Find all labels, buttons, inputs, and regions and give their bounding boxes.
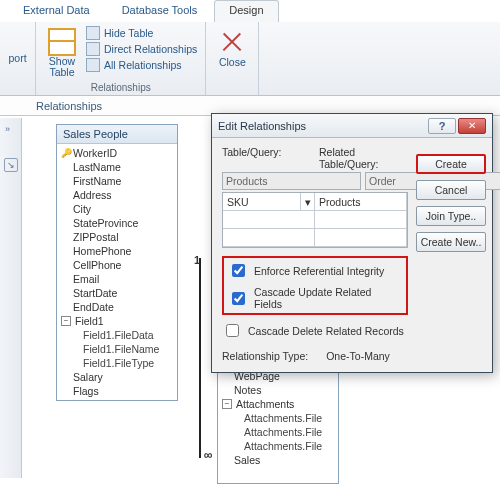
collapse-icon[interactable]: − [222,399,232,409]
field-group-row[interactable]: −Field1 [57,314,177,328]
field-row[interactable]: Field1.FileType [57,356,177,370]
field-label: CellPhone [73,259,121,271]
field-row[interactable]: StartDate [57,286,177,300]
close-button[interactable]: Close [214,26,250,70]
field-row[interactable]: City [57,202,177,216]
grid-cell-label: Products [319,196,360,208]
show-table-label: Show Table [49,56,75,78]
field-label: HomePhone [73,245,131,257]
field-group-row[interactable]: −Attachments [218,397,338,411]
field-row[interactable]: Attachments.File [218,439,338,453]
field-row[interactable]: LastName [57,160,177,174]
field-row[interactable]: Sales [218,453,338,467]
table-query-select[interactable] [222,172,361,190]
field-row[interactable]: Salary [57,370,177,384]
nav-pane-collapsed[interactable]: » ↘ [0,118,22,478]
grid-cell-left[interactable] [223,229,315,247]
primary-key-icon: 🔑 [61,148,73,158]
entity-title: Sales People [57,125,177,144]
field-label: LastName [73,161,121,173]
field-mapping-grid[interactable]: SKU▾ Products [222,192,408,248]
field-row[interactable]: FirstName [57,174,177,188]
table-query-label: Table/Query: [222,146,311,170]
join-type-button[interactable]: Join Type.. [416,206,486,226]
edit-relationships-dialog: Edit Relationships ? ✕ Table/Query: Rela… [211,113,493,373]
related-table-query-label: Related Table/Query: [319,146,408,170]
create-button[interactable]: Create [416,154,486,174]
nav-object-icon[interactable]: ↘ [4,158,18,172]
field-label: Address [73,189,112,201]
field-label: StateProvince [73,217,138,229]
grid-cell-right[interactable]: Products [315,193,407,211]
entity-sales-people[interactable]: Sales People 🔑WorkerID LastName FirstNam… [56,124,178,401]
field-row[interactable]: Attachments.File [218,411,338,425]
dropdown-arrow-icon[interactable]: ▾ [300,193,314,210]
field-row [218,467,338,481]
all-relationships-button[interactable]: All Relationships [86,58,197,72]
highlighted-checkboxes: Enforce Referential Integrity Cascade Up… [222,256,408,315]
field-row[interactable]: Address [57,188,177,202]
cancel-button[interactable]: Cancel [416,180,486,200]
tab-design[interactable]: Design [214,0,278,22]
field-row[interactable]: CellPhone [57,258,177,272]
grid-cell-left[interactable]: SKU▾ [223,193,315,211]
field-label: Email [73,273,99,285]
collapse-icon[interactable]: − [61,316,71,326]
field-label: EndDate [73,301,114,313]
field-label: FirstName [73,175,121,187]
tab-external-data[interactable]: External Data [8,0,105,22]
hide-table-label: Hide Table [104,27,153,39]
create-new-button[interactable]: Create New.. [416,232,486,252]
chevron-right-icon: » [5,124,8,134]
field-row[interactable]: ZIPPostal [57,230,177,244]
close-icon [218,28,246,56]
field-row[interactable]: Notes [218,383,338,397]
grid-cell-right[interactable] [315,229,407,247]
field-label: Field1 [75,315,104,327]
field-row[interactable]: Attachments.File [218,425,338,439]
grid-cell-right[interactable] [315,211,407,229]
dialog-title: Edit Relationships [218,120,306,132]
hide-table-button[interactable]: Hide Table [86,26,197,40]
field-row[interactable]: HomePhone [57,244,177,258]
field-label: City [73,203,91,215]
dialog-help-button[interactable]: ? [428,118,456,134]
table-icon [48,28,76,56]
field-row[interactable]: Field1.FileData [57,328,177,342]
all-rel-icon [86,58,100,72]
show-table-button[interactable]: Show Table [44,26,80,80]
direct-rel-label: Direct Relationships [104,43,197,55]
cascade-update-checkbox[interactable] [232,292,245,305]
dialog-titlebar[interactable]: Edit Relationships ? ✕ [212,114,492,138]
field-label: StartDate [73,287,117,299]
tab-database-tools[interactable]: Database Tools [107,0,213,22]
dialog-close-button[interactable]: ✕ [458,118,486,134]
field-label: Attachments [236,398,294,410]
field-row[interactable]: 🔑WorkerID [57,146,177,160]
cascade-update-label: Cascade Update Related Fields [254,286,402,310]
ribbon-group-relationships-label: Relationships [44,82,197,93]
field-label: Sales [234,454,260,466]
field-row[interactable]: EndDate [57,300,177,314]
ribbon-port-label: port [8,52,26,64]
cascade-delete-label: Cascade Delete Related Records [248,325,404,337]
close-x-icon: ✕ [468,120,476,131]
enforce-integrity-label: Enforce Referential Integrity [254,265,384,277]
ribbon: port Show Table Hide Table Direct Relati… [0,22,500,96]
question-icon: ? [439,120,446,132]
field-label: Notes [234,384,261,396]
relationship-type-label: Relationship Type: [222,350,308,362]
cascade-delete-checkbox[interactable] [226,324,239,337]
field-row[interactable]: Field1.FileName [57,342,177,356]
field-row[interactable]: Email [57,272,177,286]
connector-one-label: 1 [194,254,200,266]
relationship-connector [199,258,201,458]
field-row[interactable]: StateProvince [57,216,177,230]
field-row[interactable]: Flags [57,384,177,398]
field-label: WorkerID [73,147,117,159]
enforce-integrity-checkbox[interactable] [232,264,245,277]
grid-cell-left[interactable] [223,211,315,229]
direct-relationships-button[interactable]: Direct Relationships [86,42,197,56]
grid-cell-label: SKU [227,196,249,208]
field-label: ZIPPostal [73,231,119,243]
